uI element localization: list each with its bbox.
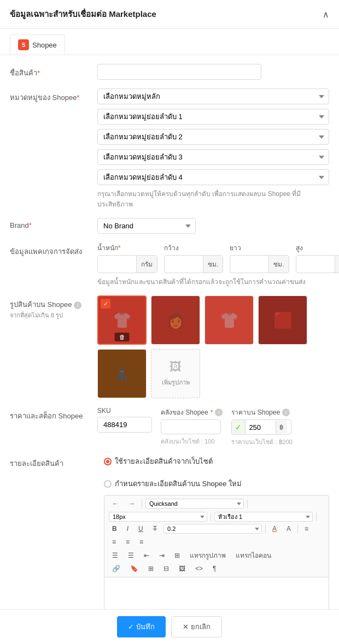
toolbar-link-btn[interactable]: 🔗 bbox=[109, 564, 124, 574]
toolbar-outdent-btn[interactable]: ⇤ bbox=[141, 551, 153, 560]
toolbar-insert-video-btn[interactable]: แทรกไอคอน bbox=[232, 549, 274, 562]
images-info-icon[interactable]: i bbox=[74, 302, 81, 309]
weight-field: น้ำหนัก* กรัม bbox=[97, 243, 157, 273]
length-input-wrap: ซม. bbox=[230, 255, 289, 273]
category-select-0[interactable]: เลือกหมวดหมู่หลัก bbox=[97, 88, 329, 104]
product-name-label: ชื่อสินค้า* bbox=[10, 64, 97, 79]
radio-use-website[interactable]: ใช้รายละเอียดสินค้าจากเว็บไซต์ bbox=[104, 456, 213, 467]
toolbar-row-1: ← → Quicksand 18px bbox=[109, 499, 324, 522]
save-button[interactable]: ✓ บันทึก bbox=[117, 616, 166, 637]
category-row: หมวดหมู่ของ Shopee* เลือกหมวดหมู่หลัก เล… bbox=[10, 88, 329, 209]
collapse-icon[interactable]: ∧ bbox=[323, 9, 329, 20]
image-delete-1[interactable]: 🗑 bbox=[115, 333, 130, 341]
product-name-wrap bbox=[97, 64, 329, 80]
image-thumb-4[interactable]: 🟥 bbox=[258, 296, 307, 345]
price-stock-label: ราคาและสต็อก Shopee bbox=[10, 407, 97, 422]
weight-unit: กรัม bbox=[136, 256, 157, 273]
toolbar-italic-btn[interactable]: I bbox=[124, 524, 132, 534]
toolbar-align-left-btn[interactable]: ≡ bbox=[301, 524, 312, 534]
toolbar-table-btn[interactable]: ⊞ bbox=[171, 551, 183, 560]
price-wrap: ✓ ฿ bbox=[231, 420, 291, 435]
category-wrap: เลือกหมวดหมู่หลัก เลือกหมวดหมู่ย่อยลำดับ… bbox=[97, 88, 329, 209]
height-field: สูง ซม. bbox=[296, 243, 339, 273]
toolbar-align-center-btn[interactable]: ≡ bbox=[109, 537, 119, 547]
toolbar-image-btn[interactable]: 🖼 bbox=[176, 564, 189, 574]
toolbar-bullet-btn[interactable]: ☰ bbox=[109, 551, 121, 560]
toolbar-paragraph-btn[interactable]: ¶ bbox=[209, 564, 219, 574]
image-thumb-1[interactable]: ✓ 👕 🗑 bbox=[97, 296, 147, 345]
price-field: ราคาบน Shopee i ✓ ฿ ราคาบนเว็บไซต์ : ฿20… bbox=[231, 407, 293, 447]
length-unit: ซม. bbox=[268, 256, 288, 273]
brand-select[interactable]: No Brand bbox=[97, 218, 196, 234]
width-unit: ซม. bbox=[203, 256, 223, 273]
images-sublabel: จากที่สุดไม่เกิน 8 รูป bbox=[10, 310, 97, 320]
stock-hint: คลังบนเว็บไซต์ : 100 bbox=[161, 436, 223, 446]
toolbar-align-right-btn[interactable]: ≡ bbox=[122, 537, 133, 547]
description-label: รายละเอียดสินค้า bbox=[10, 456, 97, 469]
price-input[interactable] bbox=[246, 421, 276, 434]
toolbar-fwd-btn[interactable]: → bbox=[125, 499, 138, 509]
image-thumb-3[interactable]: 👕 bbox=[204, 296, 254, 345]
toolbar-divider-3 bbox=[211, 512, 211, 521]
stock-info-icon[interactable]: i bbox=[215, 409, 223, 416]
cancel-label: ✕ ยกเลิก bbox=[183, 621, 211, 633]
toolbar-align-justify-btn[interactable]: ≡ bbox=[136, 537, 147, 547]
radio-custom[interactable]: กำหนดรายละเอียดสินค้าบน Shopee ใหม่ bbox=[104, 478, 242, 489]
height-input-wrap: ซม. bbox=[296, 255, 339, 273]
toolbar-back-btn[interactable]: ← bbox=[109, 499, 122, 509]
save-label: ✓ บันทึก bbox=[128, 621, 155, 633]
stock-field: คลังของ Shopee * i คลังบนเว็บไซต์ : 100 bbox=[161, 407, 223, 447]
radio-dot-custom bbox=[104, 480, 112, 488]
toolbar-merge-btn[interactable]: ⊟ bbox=[160, 564, 172, 574]
toolbar-font-size-2[interactable]: 0.2 bbox=[163, 524, 262, 534]
price-stock-grid: SKU คลังของ Shopee * i bbox=[97, 407, 329, 447]
toolbar-underline-btn[interactable]: U bbox=[135, 524, 147, 534]
toolbar-bold-btn[interactable]: B bbox=[109, 524, 120, 534]
shipping-wrap: น้ำหนัก* กรัม กว้าง ซม. bbox=[97, 243, 339, 287]
category-select-4[interactable]: เลือกหมวดหมู่ย่อยลำดับ 4 bbox=[97, 169, 329, 185]
sku-input[interactable] bbox=[97, 417, 152, 433]
toolbar-bg-color-btn[interactable]: A bbox=[283, 524, 294, 534]
stock-input[interactable] bbox=[161, 420, 205, 434]
category-select-2[interactable]: เลือกหมวดหมู่ย่อยลำดับ 2 bbox=[97, 129, 329, 145]
price-check-icon: ✓ bbox=[232, 420, 246, 434]
price-label: ราคาบน Shopee i bbox=[231, 407, 293, 417]
width-input[interactable] bbox=[165, 257, 203, 271]
tab-shopee[interactable]: S Shopee bbox=[10, 34, 65, 55]
price-info-icon[interactable]: i bbox=[282, 409, 290, 416]
radio-custom-label: กำหนดรายละเอียดสินค้าบน Shopee ใหม่ bbox=[115, 478, 242, 489]
width-label: กว้าง bbox=[164, 243, 223, 253]
product-name-input[interactable] bbox=[97, 64, 261, 80]
radio-dot-use-website bbox=[104, 458, 112, 465]
toolbar-numbered-btn[interactable]: ☰ bbox=[125, 551, 137, 560]
tabs-row: S Shopee bbox=[0, 29, 339, 55]
toolbar-font-size[interactable]: 18px bbox=[109, 512, 207, 522]
toolbar-font-family[interactable]: Quicksand bbox=[145, 499, 244, 509]
toolbar-indent-btn[interactable]: ⇥ bbox=[156, 551, 168, 560]
image-thumb-5[interactable]: 👗 bbox=[97, 349, 147, 398]
height-input[interactable] bbox=[296, 257, 335, 271]
toolbar-insert-image-btn[interactable]: แทรกรูปภาพ bbox=[186, 549, 229, 562]
category-select-1[interactable]: เลือกหมวดหมู่ย่อยลำดับ 1 bbox=[97, 109, 329, 125]
image-check-1: ✓ bbox=[101, 299, 110, 309]
images-grid: ✓ 👕 🗑 👩 👕 🟥 👗 bbox=[97, 296, 329, 398]
toolbar-code-btn[interactable]: <> bbox=[192, 564, 206, 574]
weight-input[interactable] bbox=[98, 257, 136, 271]
shipping-label: ข้อมูลแพคเกจการจัดส่ง bbox=[10, 243, 97, 257]
toolbar-bookmark-btn[interactable]: 🔖 bbox=[127, 564, 142, 574]
length-input[interactable] bbox=[230, 257, 268, 271]
toolbar-font-color-btn[interactable]: A bbox=[269, 524, 280, 534]
toolbar-table-edit-btn[interactable]: ⊞ bbox=[145, 564, 157, 574]
radio-use-website-label: ใช้รายละเอียดสินค้าจากเว็บไซต์ bbox=[115, 456, 213, 467]
length-label: ยาว bbox=[230, 243, 289, 253]
footer-buttons: ✓ บันทึก ✕ ยกเลิก bbox=[0, 609, 339, 644]
radio-options: ใช้รายละเอียดสินค้าจากเว็บไซต์ กำหนดรายล… bbox=[104, 456, 329, 489]
add-image-button[interactable]: 🖼 เพิ่มรูปภาพ bbox=[151, 349, 200, 398]
image-thumb-2[interactable]: 👩 bbox=[151, 296, 200, 345]
toolbar-strike-btn[interactable]: T bbox=[150, 524, 160, 534]
category-select-3[interactable]: เลือกหมวดหมู่ย่อยลำดับ 3 bbox=[97, 149, 329, 165]
category-label: หมวดหมู่ของ Shopee* bbox=[10, 88, 97, 103]
toolbar-heading[interactable]: หัวเรื่อง 1 bbox=[214, 512, 313, 522]
cancel-button[interactable]: ✕ ยกเลิก bbox=[171, 616, 222, 637]
width-field: กว้าง ซม. bbox=[164, 243, 223, 273]
